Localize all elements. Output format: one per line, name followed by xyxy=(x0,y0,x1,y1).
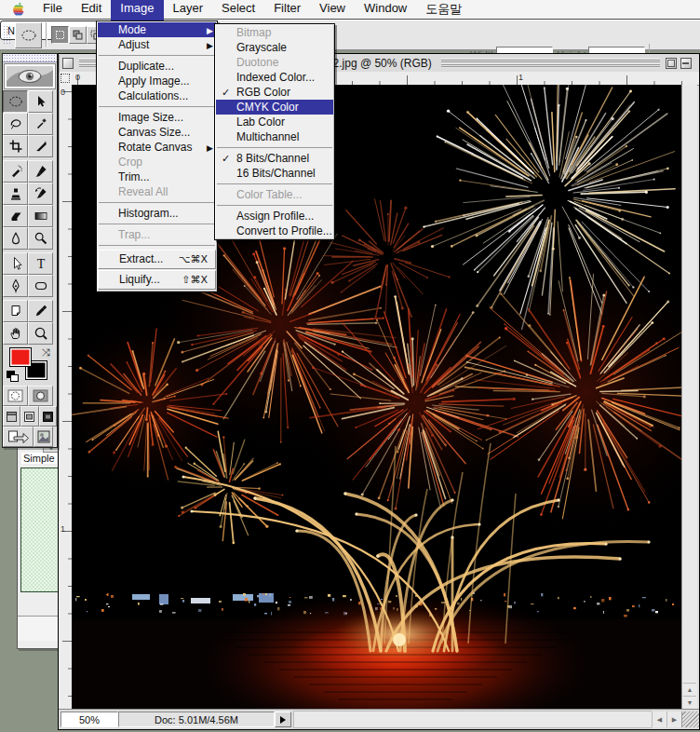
menu-item-trim[interactable]: Trim... xyxy=(98,169,216,184)
menu-item-label: Lab Color xyxy=(236,115,285,129)
paintbrush-tool[interactable] xyxy=(28,160,53,183)
menu-item-convert-to-profile[interactable]: Convert to Profile... xyxy=(216,224,333,238)
menu-item-label: Bitmap xyxy=(236,26,271,39)
menubar-item-[interactable]: 도움말 xyxy=(416,0,471,20)
menu-item-label: Duplicate... xyxy=(118,60,174,73)
menu-item-label: Rotate Canvas xyxy=(118,141,192,154)
menu-item-label: Color Table... xyxy=(236,188,302,201)
check-icon: ✓ xyxy=(222,151,230,166)
menu-separator xyxy=(98,199,216,206)
history-brush-tool[interactable] xyxy=(28,183,53,205)
new-selection-button[interactable] xyxy=(51,26,69,44)
menu-item-mode[interactable]: Mode▶ xyxy=(98,22,216,37)
scroll-right-icon[interactable]: ▶ xyxy=(666,712,681,727)
menubar-item-select[interactable]: Select xyxy=(212,0,264,20)
background-window[interactable]: Simple xyxy=(17,438,61,649)
menu-item-rgb-color[interactable]: ✓RGB Color xyxy=(216,85,333,100)
menu-item-label: Trap... xyxy=(118,228,150,241)
window-resize-grip[interactable] xyxy=(681,712,699,727)
lasso-tool[interactable] xyxy=(3,113,28,135)
fullscreen-with-menubar-button[interactable] xyxy=(20,406,38,427)
foreground-color-swatch[interactable] xyxy=(9,347,32,367)
ruler-origin-box[interactable] xyxy=(59,72,73,86)
standard-mode-button[interactable] xyxy=(3,386,28,406)
menu-item-reveal-all: Reveal All xyxy=(98,184,216,199)
slice-tool[interactable] xyxy=(28,135,53,157)
path-select-tool[interactable] xyxy=(3,252,28,275)
menu-item-image-size[interactable]: Image Size... xyxy=(98,110,216,125)
magic-wand-tool[interactable] xyxy=(28,113,53,135)
menubar-item-window[interactable]: Window xyxy=(355,0,416,20)
eraser-tool[interactable] xyxy=(3,205,28,227)
scroll-down-icon[interactable]: ▼ xyxy=(683,696,696,709)
menu-item-duplicate[interactable]: Duplicate... xyxy=(98,59,216,74)
vertical-ruler: 0 1 xyxy=(59,85,73,709)
options-bar-grip[interactable] xyxy=(3,25,10,44)
gradient-tool[interactable] xyxy=(28,205,53,227)
menu-item-label: RGB Color xyxy=(236,86,290,99)
fullscreen-button[interactable] xyxy=(39,406,57,427)
menu-item-multichannel[interactable]: Multichannel xyxy=(216,129,333,144)
menu-item-8-bits-channel[interactable]: ✓8 Bits/Channel xyxy=(216,151,333,166)
vertical-scrollbar[interactable]: ▲ ▼ xyxy=(681,85,697,709)
move-tool[interactable] xyxy=(28,90,53,113)
menu-item-histogram[interactable]: Histogram... xyxy=(98,206,216,221)
menubar-item-image[interactable]: Image xyxy=(111,0,163,20)
menu-item-adjust[interactable]: Adjust▶ xyxy=(98,37,216,52)
menu-item-indexed-color[interactable]: Indexed Color... xyxy=(216,70,333,85)
airbrush-tool[interactable] xyxy=(3,160,28,183)
menu-item-calculations[interactable]: Calculations... xyxy=(98,88,216,103)
standard-screen-mode-button[interactable] xyxy=(3,406,20,427)
menu-item-cmyk-color[interactable]: CMYK Color xyxy=(216,100,333,115)
menu-item-label: Crop xyxy=(118,156,142,169)
notes-tool[interactable] xyxy=(3,300,28,322)
default-colors-icon[interactable] xyxy=(7,371,19,382)
quick-mask-mode-button[interactable] xyxy=(28,386,53,406)
jump-to-imageready-button[interactable] xyxy=(3,427,34,447)
shape-tool[interactable] xyxy=(28,275,53,297)
menu-item-lab-color[interactable]: Lab Color xyxy=(216,115,333,129)
pen-tool[interactable] xyxy=(3,275,28,297)
apple-logo-icon[interactable] xyxy=(11,2,24,17)
zoom-tool[interactable] xyxy=(28,322,53,345)
zoom-percent-field[interactable]: 50% xyxy=(61,712,118,727)
tool-grid: T xyxy=(3,90,57,345)
toolbox-drag-grip[interactable] xyxy=(3,54,57,62)
horizontal-scrollbar[interactable] xyxy=(293,711,652,728)
add-to-selection-button[interactable] xyxy=(69,26,87,44)
menu-item-extract[interactable]: Extract...⌥⌘X xyxy=(98,250,216,269)
collapse-box-icon[interactable] xyxy=(680,58,692,69)
close-box-icon[interactable] xyxy=(62,58,74,69)
eyedropper-tool[interactable] xyxy=(28,300,53,322)
elliptical-marquee-tool[interactable] xyxy=(3,90,28,113)
swap-colors-icon[interactable]: ⤨ xyxy=(42,346,50,359)
menu-item-liquify[interactable]: Liquify...⇧⌘X xyxy=(98,270,216,290)
menu-item-rotate-canvas[interactable]: Rotate Canvas▶ xyxy=(98,140,216,155)
menubar-item-filter[interactable]: Filter xyxy=(264,0,310,20)
menubar-item-edit[interactable]: Edit xyxy=(72,0,111,20)
menubar-item-file[interactable]: File xyxy=(34,0,72,20)
crop-tool[interactable] xyxy=(3,135,28,157)
menu-item-16-bits-channel[interactable]: 16 Bits/Channel xyxy=(216,166,333,181)
scroll-left-icon[interactable]: ◀ xyxy=(652,712,666,727)
menu-item-assign-profile[interactable]: Assign Profile... xyxy=(216,209,333,224)
menubar-item-layer[interactable]: Layer xyxy=(164,0,213,20)
status-menu-arrow-icon[interactable] xyxy=(275,712,291,727)
menu-item-label: Convert to Profile... xyxy=(236,224,332,237)
svg-text:T: T xyxy=(36,257,45,271)
color-swatches: ⤨ xyxy=(3,345,57,386)
photoshop-eye-logo[interactable] xyxy=(4,63,56,89)
dodge-tool[interactable] xyxy=(28,227,53,250)
zoom-box-icon[interactable] xyxy=(666,58,677,69)
hand-tool[interactable] xyxy=(3,322,28,345)
menu-item-grayscale[interactable]: Grayscale xyxy=(216,40,333,55)
menu-item-label: Assign Profile... xyxy=(236,210,314,223)
menubar-item-view[interactable]: View xyxy=(310,0,355,20)
clone-stamp-tool[interactable] xyxy=(3,183,28,205)
type-tool[interactable]: T xyxy=(28,252,53,275)
menu-item-apply-image[interactable]: Apply Image... xyxy=(98,74,216,88)
menu-item-canvas-size[interactable]: Canvas Size... xyxy=(98,125,216,140)
document-size-field[interactable]: Doc: 5.01M/4.56M xyxy=(118,712,275,727)
scroll-up-icon[interactable]: ▲ xyxy=(683,683,696,696)
blur-tool[interactable] xyxy=(3,227,28,250)
